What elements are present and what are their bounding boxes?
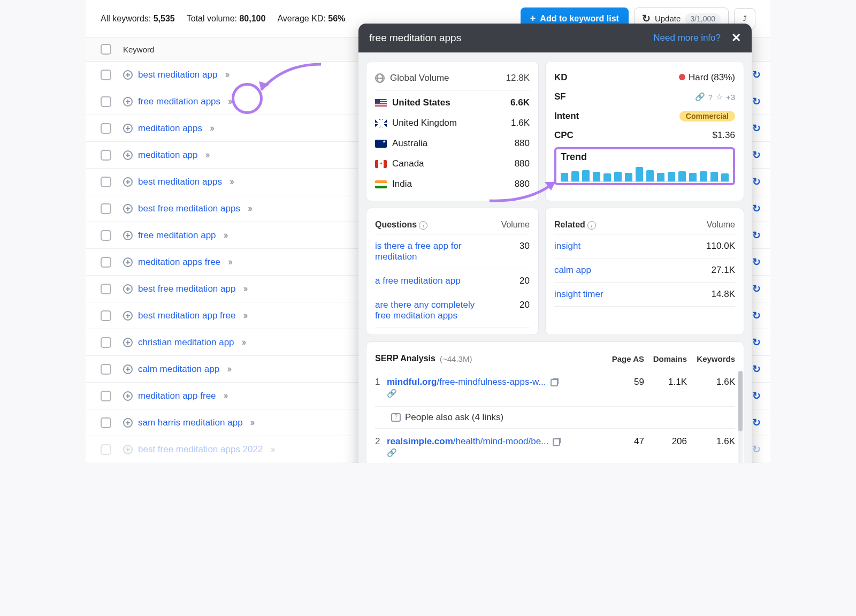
- row-checkbox[interactable]: [101, 444, 111, 455]
- people-also-ask-row[interactable]: People also ask (4 links): [375, 407, 735, 429]
- question-link[interactable]: is there a free app for meditation: [375, 241, 493, 262]
- expand-icon[interactable]: ››: [243, 283, 246, 294]
- question-link[interactable]: are there any completely free meditation…: [375, 300, 493, 321]
- add-icon[interactable]: [123, 445, 133, 454]
- refresh-icon[interactable]: ↻: [752, 95, 761, 108]
- intent-label: Intent: [554, 111, 579, 121]
- row-checkbox[interactable]: [101, 364, 111, 375]
- add-icon[interactable]: [123, 177, 133, 187]
- related-link[interactable]: insight timer: [554, 289, 603, 300]
- external-link-icon[interactable]: [553, 438, 560, 446]
- row-checkbox[interactable]: [101, 96, 111, 107]
- keyword-link[interactable]: free meditation apps: [138, 96, 220, 107]
- keyword-link[interactable]: best meditation app: [138, 70, 217, 80]
- row-checkbox[interactable]: [101, 150, 111, 161]
- row-checkbox[interactable]: [101, 284, 111, 294]
- expand-icon[interactable]: ››: [210, 123, 213, 134]
- col-keywords: Keywords: [687, 354, 735, 363]
- serp-rank: 1: [375, 377, 387, 387]
- add-icon[interactable]: [123, 418, 133, 428]
- related-link[interactable]: insight: [554, 241, 580, 252]
- add-icon[interactable]: [123, 124, 133, 133]
- external-link-icon[interactable]: [551, 379, 558, 386]
- row-checkbox[interactable]: [101, 257, 111, 268]
- row-checkbox[interactable]: [101, 177, 111, 187]
- expand-icon[interactable]: ››: [230, 176, 233, 187]
- refresh-icon[interactable]: ↻: [752, 149, 761, 161]
- keyword-link[interactable]: best meditation app free: [138, 310, 235, 321]
- keyword-link[interactable]: meditation apps: [138, 123, 202, 134]
- scrollbar[interactable]: [738, 371, 743, 463]
- serp-url-link[interactable]: mindful.org/free-mindfulness-apps-w...: [387, 377, 546, 387]
- refresh-icon[interactable]: ↻: [752, 443, 761, 455]
- keyword-link[interactable]: meditation apps free: [138, 257, 220, 268]
- row-checkbox[interactable]: [101, 123, 111, 134]
- expand-icon[interactable]: ››: [225, 69, 228, 80]
- row-checkbox[interactable]: [101, 417, 111, 428]
- row-checkbox[interactable]: [101, 230, 111, 241]
- keyword-link[interactable]: meditation app free: [138, 391, 216, 401]
- related-link[interactable]: calm app: [554, 265, 591, 276]
- expand-icon[interactable]: ››: [224, 230, 227, 241]
- country-name: United States: [392, 97, 450, 108]
- col-domains: Domains: [644, 354, 687, 363]
- expand-icon[interactable]: ››: [243, 310, 246, 321]
- related-card: RelatediVolume insight110.0Kcalm app27.1…: [545, 208, 744, 335]
- row-checkbox[interactable]: [101, 337, 111, 348]
- add-icon[interactable]: [123, 311, 133, 321]
- expand-icon[interactable]: ››: [248, 203, 251, 214]
- add-icon[interactable]: [123, 257, 133, 267]
- add-icon[interactable]: [123, 284, 133, 294]
- refresh-icon[interactable]: ↻: [752, 122, 761, 134]
- keyword-link[interactable]: best free meditation apps 2022: [138, 444, 263, 455]
- refresh-icon[interactable]: ↻: [752, 202, 761, 215]
- row-checkbox[interactable]: [101, 310, 111, 321]
- expand-icon[interactable]: ››: [228, 96, 231, 107]
- add-icon[interactable]: [123, 231, 133, 240]
- expand-icon[interactable]: ››: [227, 363, 230, 375]
- question-link[interactable]: a free meditation app: [375, 276, 461, 286]
- refresh-icon[interactable]: ↻: [752, 363, 761, 375]
- info-icon[interactable]: i: [419, 221, 427, 230]
- keyword-link[interactable]: best free meditation app: [138, 284, 235, 294]
- keyword-link[interactable]: sam harris meditation app: [138, 417, 243, 428]
- close-button[interactable]: ✕: [731, 31, 741, 45]
- select-all-checkbox[interactable]: [101, 44, 111, 55]
- serp-url-link[interactable]: realsimple.com/health/mind-mood/be...: [387, 436, 548, 446]
- keyword-link[interactable]: best free meditation apps: [138, 203, 240, 214]
- keyword-detail-popup: free meditation apps Need more info? ✕ G…: [358, 24, 752, 463]
- add-icon[interactable]: [123, 338, 133, 347]
- keyword-link[interactable]: meditation app: [138, 150, 198, 161]
- refresh-icon[interactable]: ↻: [752, 283, 761, 295]
- refresh-icon[interactable]: ↻: [752, 256, 761, 268]
- add-icon[interactable]: [123, 70, 133, 80]
- row-checkbox[interactable]: [101, 203, 111, 214]
- row-checkbox[interactable]: [101, 70, 111, 80]
- expand-icon[interactable]: ››: [250, 417, 254, 428]
- keyword-link[interactable]: best meditation apps: [138, 177, 222, 187]
- keyword-link[interactable]: calm meditation app: [138, 364, 219, 375]
- add-icon[interactable]: [123, 364, 133, 374]
- row-checkbox[interactable]: [101, 391, 111, 401]
- refresh-icon[interactable]: ↻: [752, 336, 761, 348]
- add-icon[interactable]: [123, 391, 133, 401]
- add-icon[interactable]: [123, 204, 133, 214]
- refresh-icon[interactable]: ↻: [752, 309, 761, 322]
- refresh-icon[interactable]: ↻: [752, 69, 761, 81]
- expand-icon[interactable]: ››: [224, 390, 227, 401]
- add-icon[interactable]: [123, 150, 133, 160]
- keyword-link[interactable]: free meditation app: [138, 230, 216, 241]
- column-keyword[interactable]: Keyword: [123, 45, 154, 54]
- info-icon[interactable]: i: [587, 221, 596, 230]
- keyword-link[interactable]: christian meditation app: [138, 337, 234, 348]
- refresh-icon[interactable]: ↻: [752, 176, 761, 188]
- refresh-icon[interactable]: ↻: [752, 416, 761, 429]
- expand-icon[interactable]: ››: [242, 337, 245, 348]
- add-icon[interactable]: [123, 97, 133, 107]
- expand-icon[interactable]: ››: [228, 256, 231, 268]
- expand-icon[interactable]: ››: [205, 149, 209, 161]
- expand-icon[interactable]: ››: [270, 444, 273, 455]
- need-more-info-link[interactable]: Need more info?: [653, 33, 721, 43]
- refresh-icon[interactable]: ↻: [752, 229, 761, 241]
- refresh-icon[interactable]: ↻: [752, 390, 761, 402]
